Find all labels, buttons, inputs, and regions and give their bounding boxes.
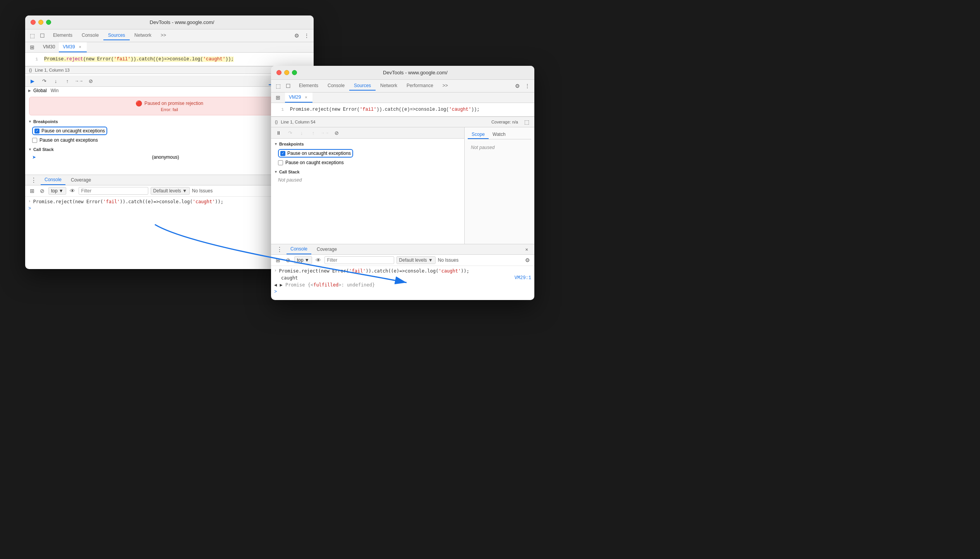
step-out-btn-1[interactable]: ↑ (63, 77, 72, 85)
console-settings-2[interactable]: ⚙ (523, 256, 531, 264)
breakpoints-header-2[interactable]: ▼ Breakpoints (271, 140, 464, 148)
levels-btn-1[interactable]: Default levels ▼ (151, 187, 190, 195)
w2-console-caret: > (274, 289, 277, 295)
format-icon-2[interactable]: {} (275, 120, 278, 124)
levels-btn-2[interactable]: Default levels ▼ (396, 256, 436, 264)
titlebar-1: DevTools - www.google.com/ (25, 15, 314, 29)
w2-right-panel: Scope Watch Not paused (465, 127, 534, 244)
eye-icon-2[interactable]: 👁 (314, 256, 322, 264)
bp2-checkbox-2[interactable] (278, 160, 283, 165)
tab-performance-2[interactable]: Performance (402, 81, 438, 91)
inspector-icon[interactable]: ⬚ (28, 32, 36, 39)
maximize-button-2[interactable] (292, 70, 297, 75)
file-tab-vm29-close[interactable]: × (303, 94, 309, 100)
close-button-2[interactable] (276, 70, 281, 75)
console-filter-2[interactable] (324, 256, 394, 264)
tab-console-2[interactable]: Console (323, 81, 349, 91)
window-title-1: DevTools - www.google.com/ (56, 19, 308, 25)
bp1-outline-1: Pause on uncaught exceptions (32, 127, 107, 135)
scope-tab-2[interactable]: Scope (468, 130, 489, 139)
w2-caught-text: caught (281, 275, 298, 281)
console-tabs-bar-1: ⋮ Console Coverage (25, 175, 314, 185)
close-button-1[interactable] (31, 20, 36, 25)
main-toolbar-2: ⬚ ☐ Elements Console Sources Network Per… (271, 80, 534, 93)
sidebar-toggle-2[interactable]: ⊞ (274, 94, 282, 101)
step-out-btn-2[interactable]: ↑ (309, 129, 318, 137)
bp-item-w2-1: Pause on uncaught exceptions (271, 148, 464, 159)
settings-icon-2[interactable]: ⚙ (513, 82, 521, 90)
console-dots-2[interactable]: ⋮ (274, 246, 285, 253)
inspector-icon-2[interactable]: ⬚ (274, 82, 282, 90)
vm-ref-link[interactable]: VM29:1 (515, 275, 531, 281)
call-stack-label-2: Call Stack (279, 170, 300, 174)
console-filter-1[interactable] (79, 187, 148, 195)
console-line-2: > (28, 205, 311, 212)
step-into-btn-1[interactable]: ↓ (51, 77, 60, 85)
file-tab-vm39[interactable]: VM39 × (59, 42, 86, 52)
format-icon-1[interactable]: {} (29, 68, 32, 72)
step-btn-2[interactable]: →→ (321, 129, 329, 137)
console-tab-2[interactable]: Console (287, 244, 311, 254)
pause-btn-2[interactable]: ⏸ (274, 129, 283, 137)
tab-sources-2[interactable]: Sources (349, 81, 376, 91)
resume-btn-2[interactable]: ↷ (286, 129, 294, 137)
scope-global-label-1: Global (33, 88, 47, 93)
minimize-button-1[interactable] (38, 20, 43, 25)
bp1-checkbox-2[interactable] (280, 151, 285, 156)
bp2-label-2: Pause on caught exceptions (285, 160, 344, 165)
settings-icon-1[interactable]: ⚙ (293, 32, 300, 39)
more-icon-2[interactable]: ⋮ (523, 82, 531, 90)
file-tab-vm39-close[interactable]: × (77, 44, 83, 50)
tab-network-1[interactable]: Network (130, 31, 156, 40)
coverage-tab-2[interactable]: Coverage (313, 245, 341, 254)
no-issues-2: No Issues (438, 257, 458, 263)
tab-sources-1[interactable]: Sources (103, 31, 130, 40)
step-btn-1[interactable]: →→ (75, 77, 83, 85)
close-console-btn-2[interactable]: × (522, 245, 531, 254)
tab-elements-2[interactable]: Elements (294, 81, 323, 91)
more-icon-1[interactable]: ⋮ (303, 32, 311, 39)
file-tab-vm30[interactable]: VM30 (39, 42, 59, 52)
file-tab-vm29[interactable]: VM29 × (285, 93, 312, 103)
tab-more-1[interactable]: >> (156, 31, 171, 40)
deactivate-btn-1[interactable]: ⊘ (86, 77, 95, 85)
bp-triangle-1: ▼ (28, 120, 32, 123)
call-stack-header-1[interactable]: ▼ Call Stack (25, 146, 314, 153)
expand-icon-2[interactable]: ⬚ (523, 118, 530, 126)
coverage-tab-1[interactable]: Coverage (67, 175, 95, 185)
step-into-btn-2[interactable]: ↓ (297, 129, 306, 137)
bp2-checkbox-1[interactable] (32, 138, 37, 143)
code-area-1: 1 Promise.reject(new Error('fail')).catc… (25, 53, 314, 66)
cs-triangle-1: ▼ (28, 147, 32, 151)
breakpoints-label-2: Breakpoints (279, 142, 304, 146)
w2-console-line-3: ◀ ▶ Promise {<fulfilled>: undefined} (274, 281, 531, 288)
tab-elements-1[interactable]: Elements (48, 31, 77, 40)
sidebar-toggle-1[interactable]: ⊞ (28, 43, 36, 51)
watch-tab-2[interactable]: Watch (489, 130, 510, 139)
console-dots-1[interactable]: ⋮ (28, 177, 39, 184)
eye-icon-1[interactable]: 👁 (69, 187, 76, 195)
call-stack-header-2[interactable]: ▼ Call Stack (271, 168, 464, 176)
tab-console-1[interactable]: Console (77, 31, 103, 40)
call-stack-section-2: ▼ Call Stack Not paused (271, 168, 464, 184)
scope-global-1[interactable]: ▶ Global Win (25, 87, 314, 94)
device-icon-2[interactable]: ☐ (284, 82, 292, 90)
maximize-button-1[interactable] (46, 20, 51, 25)
minimize-button-2[interactable] (284, 70, 289, 75)
console-clear-icon-2[interactable]: ⊘ (284, 256, 292, 264)
breakpoints-header-1[interactable]: ▼ Breakpoints (25, 118, 314, 125)
deactivate-btn-2[interactable]: ⊘ (332, 129, 341, 137)
console-sidebar-icon-2[interactable]: ⊞ (274, 256, 282, 264)
bp1-checkbox-1[interactable] (34, 129, 39, 134)
console-clear-icon-1[interactable]: ⊘ (38, 187, 46, 195)
resume-btn-1[interactable]: ▶ (28, 77, 37, 85)
tab-network-2[interactable]: Network (376, 81, 402, 91)
device-icon[interactable]: ☐ (38, 32, 46, 39)
top-selector-2[interactable]: top ▼ (294, 256, 312, 264)
console-sidebar-icon-1[interactable]: ⊞ (28, 187, 36, 195)
top-selector-1[interactable]: top ▼ (48, 187, 66, 195)
scope-triangle-1: ▶ (28, 89, 31, 93)
tab-more-2[interactable]: >> (438, 81, 453, 91)
step-over-btn-1[interactable]: ↷ (40, 77, 48, 85)
console-tab-1[interactable]: Console (41, 175, 65, 185)
